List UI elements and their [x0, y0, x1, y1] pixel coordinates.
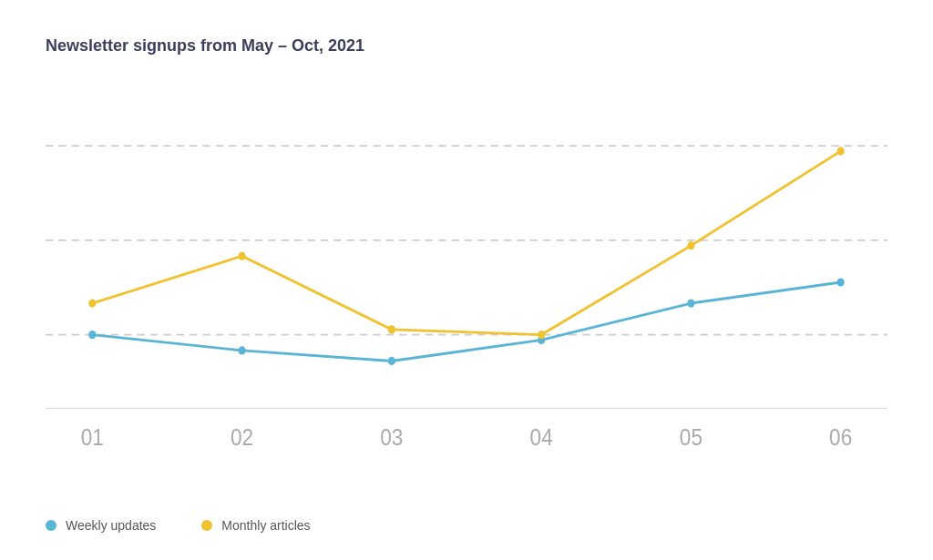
chart-svg: 01 02 03 04 05 06 — [46, 83, 887, 482]
weekly-dot-5 — [687, 299, 694, 307]
weekly-legend-dot — [46, 520, 56, 531]
weekly-legend-label: Weekly updates — [66, 518, 156, 533]
monthly-line — [92, 151, 840, 335]
weekly-line — [92, 282, 840, 361]
monthly-dot-6 — [837, 147, 845, 155]
svg-text:02: 02 — [231, 423, 253, 450]
monthly-dot-5 — [687, 241, 694, 249]
legend-weekly: Weekly updates — [46, 518, 156, 533]
monthly-dot-2 — [238, 252, 245, 260]
monthly-dot-4 — [538, 331, 545, 339]
weekly-dot-3 — [388, 357, 395, 365]
legend: Weekly updates Monthly articles — [46, 500, 887, 533]
svg-text:03: 03 — [380, 423, 403, 450]
svg-text:05: 05 — [680, 423, 702, 450]
chart-container: Newsletter signups from May – Oct, 2021 … — [0, 0, 933, 560]
weekly-dot-6 — [837, 278, 845, 286]
svg-text:04: 04 — [530, 423, 553, 450]
monthly-dot-1 — [88, 299, 96, 307]
monthly-legend-dot — [201, 520, 212, 531]
chart-area: 01 02 03 04 05 06 — [46, 83, 887, 482]
monthly-dot-3 — [388, 325, 395, 333]
legend-monthly: Monthly articles — [201, 518, 310, 533]
weekly-dot-2 — [238, 346, 245, 354]
weekly-dot-1 — [88, 331, 96, 339]
svg-text:01: 01 — [81, 423, 104, 450]
chart-title: Newsletter signups from May – Oct, 2021 — [46, 36, 887, 56]
monthly-legend-label: Monthly articles — [221, 518, 310, 533]
svg-text:06: 06 — [829, 423, 852, 450]
